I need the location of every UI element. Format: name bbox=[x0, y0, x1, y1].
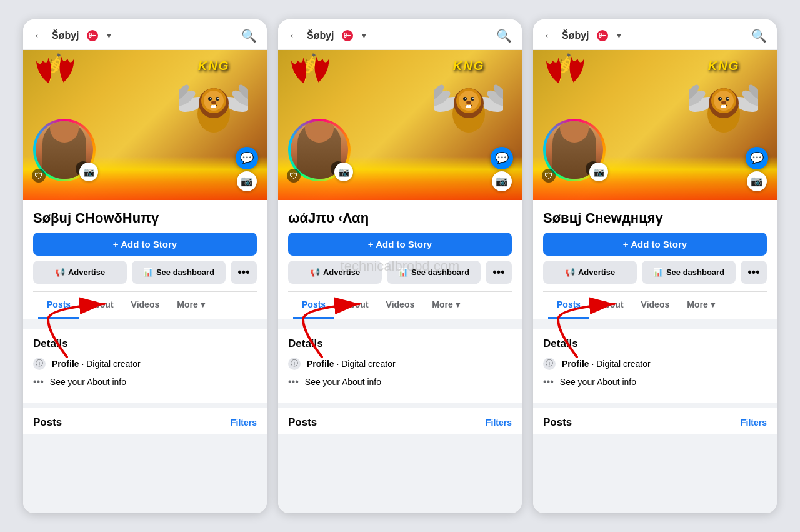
messenger-button[interactable]: 💬 bbox=[746, 147, 768, 169]
kng-logo: KNG bbox=[179, 59, 248, 138]
search-icon[interactable]: 🔍 bbox=[751, 28, 767, 43]
shield-icon: 🛡 bbox=[542, 169, 556, 183]
svg-point-46 bbox=[718, 97, 722, 101]
about-info-row[interactable]: ••• See your About info bbox=[33, 376, 257, 388]
lion-icon bbox=[179, 73, 248, 136]
svg-point-30 bbox=[465, 98, 466, 99]
dropdown-icon[interactable]: ▼ bbox=[616, 31, 623, 40]
tab-videos[interactable]: Videos bbox=[122, 292, 169, 319]
camera-profile-icon[interactable]: 📷 bbox=[334, 163, 353, 181]
svg-rect-15 bbox=[211, 105, 214, 108]
dashboard-label: See dashboard bbox=[666, 268, 724, 277]
profile-detail-row: ⓘ Profile · Digital creator bbox=[288, 358, 512, 370]
add-to-story-button[interactable]: + Add to Story bbox=[33, 233, 257, 256]
tab-label: Videos bbox=[641, 299, 670, 309]
back-icon[interactable]: ← bbox=[543, 28, 556, 43]
about-info-text: See your About info bbox=[560, 377, 636, 387]
add-story-label: + Add to Story bbox=[368, 239, 432, 249]
more-options-button[interactable]: ••• bbox=[231, 261, 257, 284]
about-info-row[interactable]: ••• See your About info bbox=[543, 376, 767, 388]
svg-rect-51 bbox=[721, 105, 724, 108]
profile-detail-row: ⓘ Profile · Digital creator bbox=[543, 358, 767, 370]
advertise-button[interactable]: 📢 Advertise bbox=[543, 261, 637, 284]
tabs-row: Posts About Videos More ▾ bbox=[33, 291, 257, 319]
profile-name: Søβuj CHowδHuπγ bbox=[33, 208, 257, 226]
advertise-button[interactable]: 📢 Advertise bbox=[288, 261, 382, 284]
dashboard-label: See dashboard bbox=[411, 268, 469, 277]
camera-cover-icon[interactable]: 📷 bbox=[237, 171, 257, 191]
tab-about[interactable]: About bbox=[79, 292, 122, 319]
posts-section: Posts Filters bbox=[23, 408, 267, 434]
back-icon[interactable]: ← bbox=[288, 28, 301, 43]
cover-area: KNG bbox=[533, 50, 777, 200]
dropdown-icon[interactable]: ▼ bbox=[361, 31, 368, 40]
camera-cover-icon[interactable]: 📷 bbox=[492, 171, 512, 191]
svg-point-28 bbox=[463, 97, 467, 101]
see-dashboard-button[interactable]: 📊 See dashboard bbox=[387, 261, 481, 284]
about-info-row[interactable]: ••• See your About info bbox=[288, 376, 512, 388]
tab-posts[interactable]: Posts bbox=[293, 292, 334, 319]
kng-logo: KNG bbox=[434, 59, 503, 138]
tab-videos[interactable]: Videos bbox=[378, 292, 424, 319]
tab-posts[interactable]: Posts bbox=[548, 292, 589, 319]
add-story-label: + Add to Story bbox=[113, 239, 177, 249]
svg-rect-33 bbox=[466, 105, 469, 108]
profile-name: Søвцj Снеwднцяγ bbox=[543, 208, 767, 226]
tab-about[interactable]: About bbox=[334, 292, 377, 319]
filters-button[interactable]: Filters bbox=[231, 418, 257, 428]
add-to-story-button[interactable]: + Add to Story bbox=[543, 233, 767, 256]
top-bar: ← Šøbyj 9+ ▼ 🔍 bbox=[23, 19, 267, 50]
about-info-text: See your About info bbox=[50, 377, 126, 387]
more-options-button[interactable]: ••• bbox=[741, 261, 767, 284]
tab-more[interactable]: More ▾ bbox=[423, 292, 468, 319]
back-icon[interactable]: ← bbox=[33, 28, 46, 43]
filters-button[interactable]: Filters bbox=[741, 418, 767, 428]
messenger-button[interactable]: 💬 bbox=[491, 147, 513, 169]
tab-label: About bbox=[343, 299, 368, 309]
tab-label: About bbox=[88, 299, 113, 309]
lion-icon bbox=[434, 73, 503, 136]
profile-detail-text: Profile · Digital creator bbox=[562, 359, 651, 369]
more-options-button[interactable]: ••• bbox=[486, 261, 512, 284]
camera-profile-icon[interactable]: 📷 bbox=[589, 163, 608, 181]
profile-detail-row: ⓘ Profile · Digital creator bbox=[33, 358, 257, 370]
nav-title: Šøbyj bbox=[562, 30, 589, 41]
advertise-label: Advertise bbox=[578, 268, 615, 277]
advertise-label: Advertise bbox=[323, 268, 360, 277]
tab-more[interactable]: More ▾ bbox=[168, 292, 213, 319]
dropdown-icon[interactable]: ▼ bbox=[106, 31, 113, 40]
details-title: Details bbox=[33, 338, 257, 350]
phone-card-2: ← Šøbyj 9+ ▼ 🔍 KNG bbox=[278, 19, 522, 513]
search-icon[interactable]: 🔍 bbox=[241, 28, 257, 43]
secondary-buttons: 📢 Advertise 📊 See dashboard ••• bbox=[288, 261, 512, 284]
about-dots-icon: ••• bbox=[543, 376, 554, 388]
tab-label: More ▾ bbox=[687, 299, 714, 309]
svg-point-10 bbox=[208, 97, 212, 101]
nav-title: Šøbyj bbox=[52, 30, 79, 41]
search-icon[interactable]: 🔍 bbox=[496, 28, 512, 43]
advertise-button[interactable]: 📢 Advertise bbox=[33, 261, 127, 284]
dashboard-icon: 📊 bbox=[398, 268, 408, 277]
profile-detail-text: Profile · Digital creator bbox=[52, 359, 141, 369]
camera-profile-icon[interactable]: 📷 bbox=[79, 163, 98, 181]
info-icon: ⓘ bbox=[33, 358, 46, 370]
phone-card-1: ← Šøbyj 9+ ▼ 🔍 KNG bbox=[23, 19, 267, 513]
see-dashboard-button[interactable]: 📊 See dashboard bbox=[642, 261, 736, 284]
messenger-button[interactable]: 💬 bbox=[236, 147, 258, 169]
tab-more[interactable]: More ▾ bbox=[678, 292, 723, 319]
tab-posts[interactable]: Posts bbox=[38, 292, 79, 319]
svg-point-47 bbox=[726, 97, 729, 101]
tab-videos[interactable]: Videos bbox=[632, 292, 679, 319]
megaphone-icon: 📢 bbox=[310, 268, 320, 277]
camera-cover-icon[interactable]: 📷 bbox=[747, 171, 767, 191]
posts-label: Posts bbox=[33, 416, 62, 429]
svg-rect-34 bbox=[469, 105, 471, 108]
add-to-story-button[interactable]: + Add to Story bbox=[288, 233, 512, 256]
tab-about[interactable]: About bbox=[589, 292, 632, 319]
filters-button[interactable]: Filters bbox=[486, 418, 512, 428]
svg-point-31 bbox=[472, 98, 474, 99]
details-title: Details bbox=[543, 338, 767, 350]
svg-point-11 bbox=[216, 97, 219, 101]
posts-label: Posts bbox=[288, 416, 317, 429]
see-dashboard-button[interactable]: 📊 See dashboard bbox=[132, 261, 226, 284]
